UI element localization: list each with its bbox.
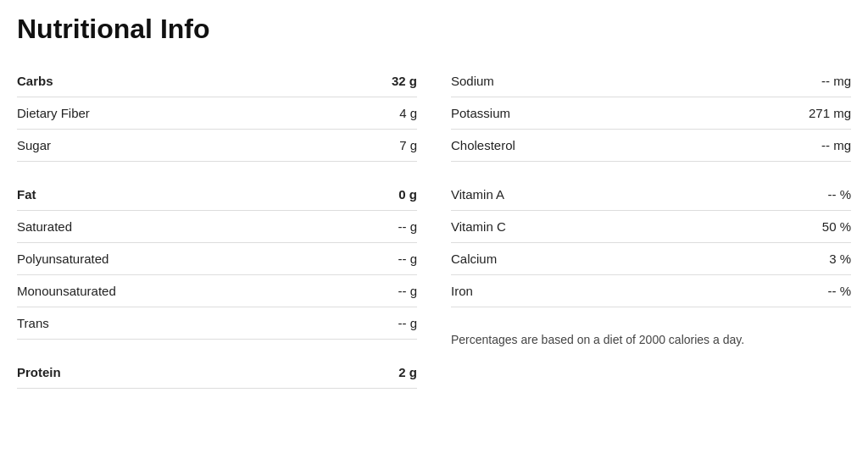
- nutrient-value: 50 %: [822, 219, 851, 234]
- nutrient-name: Protein: [17, 365, 61, 379]
- nutrient-value: -- g: [398, 252, 418, 266]
- nutrient-row: Trans-- g: [17, 307, 417, 340]
- footnote-text: Percentages are based on a diet of 2000 …: [451, 324, 851, 346]
- nutrient-name: Cholesterol: [451, 138, 515, 152]
- nutrient-name: Monounsaturated: [17, 284, 116, 298]
- nutrient-value: 2 g: [398, 365, 417, 379]
- nutrient-value: 32 g: [392, 74, 417, 88]
- nutrient-name: Potassium: [451, 106, 510, 120]
- nutrient-row: Protein2 g: [17, 357, 417, 389]
- nutrient-row: Sodium-- mg: [451, 65, 851, 97]
- nutrient-name: Dietary Fiber: [17, 106, 90, 120]
- nutrient-value: 271 mg: [809, 106, 851, 120]
- spacer: [451, 162, 851, 179]
- nutrient-value: -- mg: [821, 74, 851, 88]
- nutrient-value: -- g: [398, 316, 418, 330]
- nutrient-row: Vitamin A-- %: [451, 179, 851, 211]
- nutrient-name: Trans: [17, 316, 49, 330]
- nutrient-row: Dietary Fiber4 g: [17, 97, 417, 130]
- nutrient-name: Sugar: [17, 138, 51, 152]
- nutrient-value: -- g: [398, 219, 418, 234]
- left-column: Carbs32 gDietary Fiber4 gSugar7 gFat0 gS…: [17, 65, 442, 389]
- nutrient-value: 0 g: [398, 187, 417, 202]
- nutrient-value: 7 g: [399, 138, 417, 152]
- nutrient-row: Polyunsaturated-- g: [17, 243, 417, 275]
- nutrient-name: Iron: [451, 284, 473, 298]
- nutrient-name: Vitamin A: [451, 187, 504, 202]
- nutrient-row: Monounsaturated-- g: [17, 275, 417, 307]
- page-title: Nutritional Info: [17, 14, 851, 45]
- nutrient-value: -- mg: [821, 138, 851, 152]
- nutrient-name: Polyunsaturated: [17, 252, 108, 266]
- nutrient-row: Vitamin C50 %: [451, 211, 851, 243]
- right-column: Sodium-- mgPotassium271 mgCholesterol-- …: [442, 65, 851, 389]
- nutrient-row: Iron-- %: [451, 275, 851, 307]
- nutrient-row: Carbs32 g: [17, 65, 417, 97]
- nutrient-name: Carbs: [17, 74, 53, 88]
- nutrient-row: Saturated-- g: [17, 211, 417, 243]
- nutrient-value: -- g: [398, 284, 418, 298]
- nutrient-row: Potassium271 mg: [451, 97, 851, 130]
- spacer: [17, 162, 417, 179]
- nutrient-name: Sodium: [451, 74, 494, 88]
- nutrient-value: 3 %: [829, 252, 851, 266]
- nutrient-value: -- %: [828, 284, 852, 298]
- nutrient-name: Vitamin C: [451, 219, 506, 234]
- nutrient-row: Fat0 g: [17, 179, 417, 211]
- nutrient-value: 4 g: [399, 106, 417, 120]
- nutrient-name: Fat: [17, 187, 36, 202]
- nutrient-value: -- %: [828, 187, 852, 202]
- spacer: [17, 340, 417, 357]
- nutrient-row: Cholesterol-- mg: [451, 130, 851, 162]
- nutrient-name: Calcium: [451, 252, 497, 266]
- nutrient-row: Calcium3 %: [451, 243, 851, 275]
- nutrient-name: Saturated: [17, 219, 72, 234]
- nutrient-row: Sugar7 g: [17, 130, 417, 162]
